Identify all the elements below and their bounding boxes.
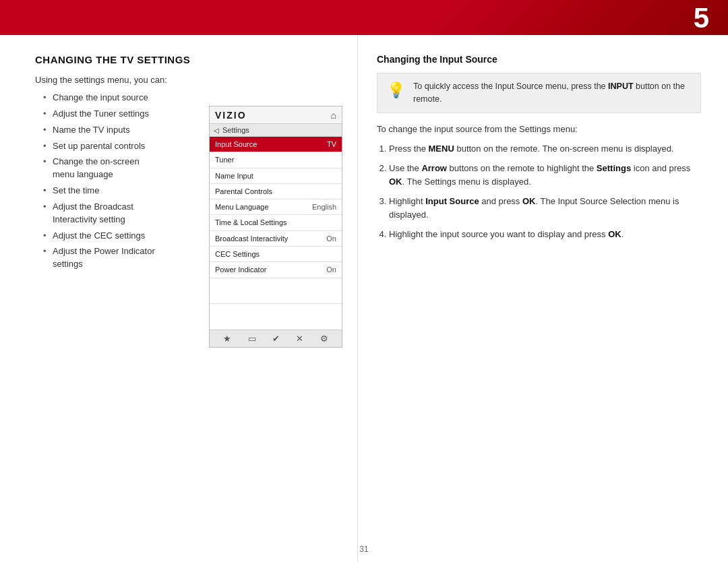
item-value: On bbox=[326, 265, 336, 274]
list-item: Change the input source bbox=[43, 92, 336, 104]
tv-menu-box: VIZIO ⌂ ◁ Settings Input Source TV Tuner… bbox=[209, 106, 342, 348]
nav-arrow-icon: ◁ bbox=[214, 127, 219, 134]
step-2: Use the Arrow buttons on the remote to h… bbox=[389, 162, 701, 188]
tv-menu-item-time: Time & Local Settings bbox=[210, 215, 342, 230]
item-value: On bbox=[326, 234, 336, 243]
page-footer: 31 bbox=[0, 544, 728, 554]
item-label: Time & Local Settings bbox=[215, 218, 287, 227]
tv-menu-item-broadcast: Broadcast Interactivity On bbox=[210, 231, 342, 247]
footer-gear-icon: ⚙ bbox=[320, 334, 328, 344]
tv-menu-footer: ★ ▭ ✔ ✕ ⚙ bbox=[210, 330, 342, 347]
footer-page-number: 31 bbox=[359, 544, 368, 554]
item-label: Broadcast Interactivity bbox=[215, 234, 288, 243]
tv-menu-item-tuner: Tuner bbox=[210, 152, 342, 168]
page-number: 5 bbox=[694, 4, 709, 32]
home-icon: ⌂ bbox=[331, 110, 336, 121]
tv-nav-bar: ◁ Settings bbox=[210, 124, 342, 137]
item-label: Power Indicator bbox=[215, 265, 266, 274]
footer-x-icon: ✕ bbox=[296, 334, 303, 344]
item-label: Input Source bbox=[215, 139, 257, 149]
tv-menu-item-language: Menu Language English bbox=[210, 199, 342, 215]
step-4: Highlight the input source you want to d… bbox=[389, 228, 701, 241]
footer-star-icon: ★ bbox=[223, 334, 231, 344]
tv-menu-item-parental: Parental Controls bbox=[210, 184, 342, 199]
item-label: Parental Controls bbox=[215, 187, 272, 196]
tv-menu-mockup: VIZIO ⌂ ◁ Settings Input Source TV Tuner… bbox=[209, 106, 342, 348]
item-label: Name Input bbox=[215, 171, 253, 181]
right-column: Changing the Input Source 💡 To quickly a… bbox=[357, 35, 728, 562]
step-1: Press the MENU button on the remote. The… bbox=[389, 142, 701, 156]
steps-list: Press the MENU button on the remote. The… bbox=[377, 142, 701, 241]
footer-check-icon: ✔ bbox=[272, 334, 280, 344]
subsection-title: Changing the Input Source bbox=[377, 54, 701, 65]
footer-rect-icon: ▭ bbox=[248, 334, 256, 344]
intro-text: Using the settings menu, you can: bbox=[35, 75, 336, 85]
tip-box: 💡 To quickly access the Input Source men… bbox=[377, 73, 701, 113]
section-title: CHANGING THE TV SETTINGS bbox=[35, 54, 336, 65]
header-bar: 5 bbox=[0, 0, 728, 35]
lightbulb-icon: 💡 bbox=[387, 82, 405, 99]
tv-menu-item-power: Power Indicator On bbox=[210, 262, 342, 278]
item-label: CEC Settings bbox=[215, 249, 260, 259]
tv-menu-item-input-source: Input Source TV bbox=[210, 137, 342, 152]
main-content: CHANGING THE TV SETTINGS Using the setti… bbox=[0, 35, 728, 562]
item-label: Menu Language bbox=[215, 202, 269, 212]
step-3: Highlight Input Source and press OK. The… bbox=[389, 195, 701, 221]
item-label: Tuner bbox=[215, 155, 234, 164]
tv-menu-item-name-input: Name Input bbox=[210, 168, 342, 184]
tv-logo: VIZIO bbox=[215, 110, 247, 121]
nav-label: Settings bbox=[222, 126, 249, 134]
tv-menu-header: VIZIO ⌂ bbox=[210, 106, 342, 124]
step-intro: To change the input source from the Sett… bbox=[377, 124, 701, 134]
item-value: English bbox=[312, 202, 336, 212]
tip-text: To quickly access the Input Source menu,… bbox=[413, 80, 691, 106]
item-value: TV bbox=[327, 139, 336, 149]
tv-menu-item-cec: CEC Settings bbox=[210, 247, 342, 262]
